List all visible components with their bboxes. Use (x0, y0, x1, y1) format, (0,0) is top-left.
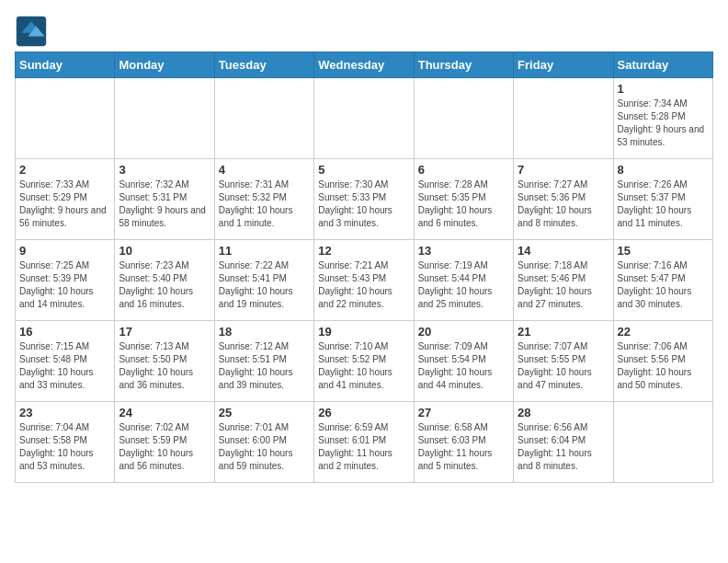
calendar-table: SundayMondayTuesdayWednesdayThursdayFrid… (15, 52, 713, 483)
calendar-week-row: 1Sunrise: 7:34 AM Sunset: 5:28 PM Daylig… (16, 78, 713, 159)
day-number: 4 (219, 163, 310, 177)
day-info: Sunrise: 7:06 AM Sunset: 5:56 PM Dayligh… (618, 340, 709, 392)
weekday-header-monday: Monday (115, 52, 214, 78)
weekday-header-thursday: Thursday (414, 52, 513, 78)
day-number: 16 (19, 325, 110, 339)
day-number: 15 (618, 244, 709, 258)
weekday-header-friday: Friday (514, 52, 613, 78)
calendar-cell: 24Sunrise: 7:02 AM Sunset: 5:59 PM Dayli… (115, 402, 214, 483)
day-number: 10 (119, 244, 210, 258)
day-info: Sunrise: 7:33 AM Sunset: 5:29 PM Dayligh… (19, 178, 110, 230)
day-info: Sunrise: 7:13 AM Sunset: 5:50 PM Dayligh… (119, 340, 210, 392)
day-info: Sunrise: 7:22 AM Sunset: 5:41 PM Dayligh… (219, 259, 310, 311)
day-number: 20 (418, 325, 509, 339)
weekday-header-sunday: Sunday (16, 52, 115, 78)
day-info: Sunrise: 7:01 AM Sunset: 6:00 PM Dayligh… (219, 421, 310, 473)
day-info: Sunrise: 7:07 AM Sunset: 5:55 PM Dayligh… (518, 340, 609, 392)
day-number: 3 (119, 163, 210, 177)
day-number: 18 (219, 325, 310, 339)
calendar-cell: 3Sunrise: 7:32 AM Sunset: 5:31 PM Daylig… (115, 159, 214, 240)
day-info: Sunrise: 7:28 AM Sunset: 5:35 PM Dayligh… (418, 178, 509, 230)
day-info: Sunrise: 7:30 AM Sunset: 5:33 PM Dayligh… (318, 178, 409, 230)
calendar-cell: 27Sunrise: 6:58 AM Sunset: 6:03 PM Dayli… (414, 402, 513, 483)
calendar-cell (115, 78, 214, 159)
calendar-week-row: 16Sunrise: 7:15 AM Sunset: 5:48 PM Dayli… (16, 321, 713, 402)
calendar-cell: 16Sunrise: 7:15 AM Sunset: 5:48 PM Dayli… (16, 321, 115, 402)
day-number: 8 (618, 163, 709, 177)
calendar-cell: 11Sunrise: 7:22 AM Sunset: 5:41 PM Dayli… (214, 240, 313, 321)
weekday-header-wednesday: Wednesday (314, 52, 414, 78)
day-number: 5 (318, 163, 409, 177)
day-number: 22 (618, 325, 709, 339)
day-info: Sunrise: 7:10 AM Sunset: 5:52 PM Dayligh… (318, 340, 409, 392)
day-number: 7 (518, 163, 609, 177)
day-info: Sunrise: 7:34 AM Sunset: 5:28 PM Dayligh… (618, 98, 709, 149)
calendar-cell (314, 78, 414, 159)
calendar-cell: 21Sunrise: 7:07 AM Sunset: 5:55 PM Dayli… (514, 321, 613, 402)
day-number: 26 (318, 406, 409, 419)
calendar-cell: 25Sunrise: 7:01 AM Sunset: 6:00 PM Dayli… (214, 402, 313, 483)
day-number: 27 (418, 406, 509, 419)
day-number: 2 (19, 163, 110, 177)
day-info: Sunrise: 6:58 AM Sunset: 6:03 PM Dayligh… (418, 421, 509, 473)
day-info: Sunrise: 7:04 AM Sunset: 5:58 PM Dayligh… (19, 421, 110, 473)
calendar-cell: 15Sunrise: 7:16 AM Sunset: 5:47 PM Dayli… (613, 240, 712, 321)
day-info: Sunrise: 7:16 AM Sunset: 5:47 PM Dayligh… (618, 259, 709, 311)
day-info: Sunrise: 7:19 AM Sunset: 5:44 PM Dayligh… (418, 259, 509, 311)
day-number: 14 (518, 244, 609, 258)
calendar-cell (514, 78, 613, 159)
calendar-cell: 18Sunrise: 7:12 AM Sunset: 5:51 PM Dayli… (214, 321, 313, 402)
logo-icon (15, 15, 48, 48)
day-info: Sunrise: 7:18 AM Sunset: 5:46 PM Dayligh… (518, 259, 609, 311)
calendar-cell: 2Sunrise: 7:33 AM Sunset: 5:29 PM Daylig… (16, 159, 115, 240)
page-header (15, 15, 713, 48)
calendar-cell: 28Sunrise: 6:56 AM Sunset: 6:04 PM Dayli… (514, 402, 613, 483)
day-number: 11 (219, 244, 310, 258)
day-number: 19 (318, 325, 409, 339)
day-number: 6 (418, 163, 509, 177)
weekday-header-row: SundayMondayTuesdayWednesdayThursdayFrid… (16, 52, 713, 78)
day-info: Sunrise: 7:12 AM Sunset: 5:51 PM Dayligh… (219, 340, 310, 392)
calendar-week-row: 9Sunrise: 7:25 AM Sunset: 5:39 PM Daylig… (16, 240, 713, 321)
weekday-header-saturday: Saturday (613, 52, 712, 78)
calendar-cell: 4Sunrise: 7:31 AM Sunset: 5:32 PM Daylig… (214, 159, 313, 240)
day-number: 21 (518, 325, 609, 339)
day-number: 23 (19, 406, 110, 419)
calendar-cell: 10Sunrise: 7:23 AM Sunset: 5:40 PM Dayli… (115, 240, 214, 321)
day-number: 1 (618, 82, 709, 96)
logo-area (15, 15, 51, 48)
calendar-cell: 8Sunrise: 7:26 AM Sunset: 5:37 PM Daylig… (613, 159, 712, 240)
calendar-cell: 9Sunrise: 7:25 AM Sunset: 5:39 PM Daylig… (16, 240, 115, 321)
calendar-week-row: 23Sunrise: 7:04 AM Sunset: 5:58 PM Dayli… (16, 402, 713, 483)
day-info: Sunrise: 7:15 AM Sunset: 5:48 PM Dayligh… (19, 340, 110, 392)
day-info: Sunrise: 7:23 AM Sunset: 5:40 PM Dayligh… (119, 259, 210, 311)
day-number: 17 (119, 325, 210, 339)
calendar-cell: 22Sunrise: 7:06 AM Sunset: 5:56 PM Dayli… (613, 321, 712, 402)
calendar-cell: 20Sunrise: 7:09 AM Sunset: 5:54 PM Dayli… (414, 321, 513, 402)
calendar-cell (16, 78, 115, 159)
calendar-week-row: 2Sunrise: 7:33 AM Sunset: 5:29 PM Daylig… (16, 159, 713, 240)
day-number: 12 (318, 244, 409, 258)
calendar-cell: 23Sunrise: 7:04 AM Sunset: 5:58 PM Dayli… (16, 402, 115, 483)
day-number: 28 (518, 406, 609, 419)
calendar-cell (214, 78, 313, 159)
day-info: Sunrise: 7:26 AM Sunset: 5:37 PM Dayligh… (618, 178, 709, 230)
weekday-header-tuesday: Tuesday (214, 52, 313, 78)
calendar-cell: 12Sunrise: 7:21 AM Sunset: 5:43 PM Dayli… (314, 240, 414, 321)
calendar-cell (613, 402, 712, 483)
calendar-cell: 26Sunrise: 6:59 AM Sunset: 6:01 PM Dayli… (314, 402, 414, 483)
day-info: Sunrise: 7:27 AM Sunset: 5:36 PM Dayligh… (518, 178, 609, 230)
day-number: 24 (119, 406, 210, 419)
calendar-cell: 13Sunrise: 7:19 AM Sunset: 5:44 PM Dayli… (414, 240, 513, 321)
day-info: Sunrise: 6:56 AM Sunset: 6:04 PM Dayligh… (518, 421, 609, 473)
day-info: Sunrise: 7:31 AM Sunset: 5:32 PM Dayligh… (219, 178, 310, 230)
day-info: Sunrise: 7:25 AM Sunset: 5:39 PM Dayligh… (19, 259, 110, 311)
day-info: Sunrise: 7:02 AM Sunset: 5:59 PM Dayligh… (119, 421, 210, 473)
calendar-cell: 1Sunrise: 7:34 AM Sunset: 5:28 PM Daylig… (613, 78, 712, 159)
calendar-cell: 5Sunrise: 7:30 AM Sunset: 5:33 PM Daylig… (314, 159, 414, 240)
calendar-cell: 7Sunrise: 7:27 AM Sunset: 5:36 PM Daylig… (514, 159, 613, 240)
day-number: 13 (418, 244, 509, 258)
calendar-cell: 19Sunrise: 7:10 AM Sunset: 5:52 PM Dayli… (314, 321, 414, 402)
calendar-cell: 14Sunrise: 7:18 AM Sunset: 5:46 PM Dayli… (514, 240, 613, 321)
calendar-cell: 6Sunrise: 7:28 AM Sunset: 5:35 PM Daylig… (414, 159, 513, 240)
